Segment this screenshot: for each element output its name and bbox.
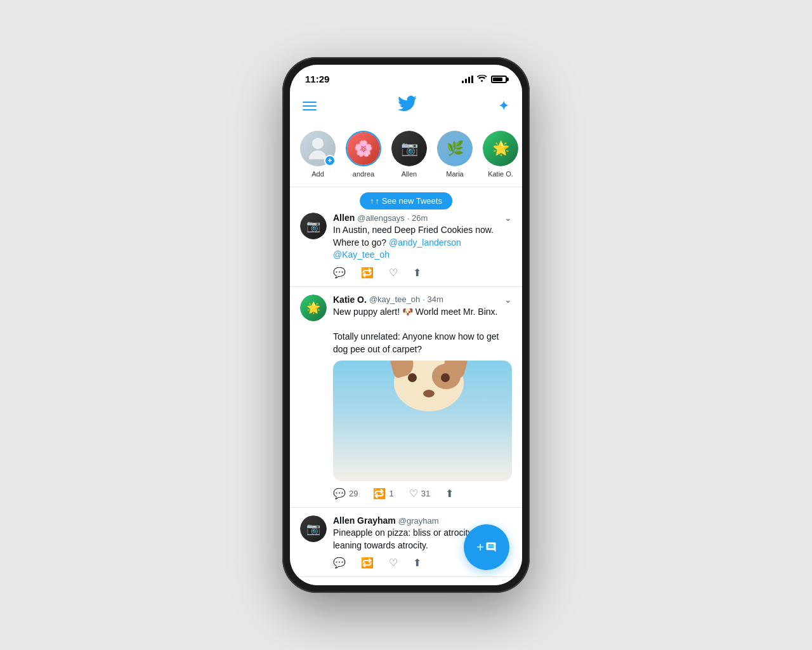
story-andrea-label: andrea <box>353 170 374 178</box>
tweet-3-like-action[interactable]: ♡ <box>389 557 398 569</box>
tweet-2-header: Katie O. @kay_tee_oh · 34m ⌄ <box>333 295 512 305</box>
tweet-2-image <box>333 361 512 481</box>
add-badge: + <box>324 155 336 166</box>
tweet-2-body: New puppy alert! 🐶 World meet Mr. Binx. … <box>333 306 512 355</box>
signal-icon <box>462 76 473 83</box>
tweet-3-handle: @grayham <box>398 516 439 526</box>
story-add-avatar-wrap: + <box>300 131 336 166</box>
tweet-1-avatar: 📷 <box>300 213 327 239</box>
tweet-1-retweet-action[interactable]: 🔁 <box>361 267 374 279</box>
tweet-2-actions: 💬 29 🔁 1 ♡ 31 ⬆ <box>333 488 512 500</box>
tweet-2-menu-icon[interactable]: ⌄ <box>504 295 512 305</box>
tweet-2-retweet-action[interactable]: 🔁 1 <box>373 488 393 500</box>
story-maria-avatar-wrap: 🌿 <box>437 131 473 166</box>
tweet-2-like-count: 31 <box>421 489 430 498</box>
story-maria-label: Maria <box>446 170 464 178</box>
story-katie-avatar: 🌟 <box>483 131 518 166</box>
retweet-icon-3: 🔁 <box>361 557 374 569</box>
story-katie-label: Katie O. <box>488 170 513 178</box>
tweet-1-actions: 💬 🔁 ♡ ⬆ <box>333 267 512 279</box>
story-maria-avatar: 🌿 <box>437 131 473 166</box>
nav-bar: ✦ <box>290 90 522 124</box>
story-katie[interactable]: 🌟 Katie O. <box>483 131 518 178</box>
reply-icon-2: 💬 <box>333 488 346 500</box>
tweet-1-share-action[interactable]: ⬆ <box>413 267 421 279</box>
share-icon: ⬆ <box>413 267 421 279</box>
phone-screen: 11:29 <box>290 65 522 585</box>
tweet-1-menu-icon[interactable]: ⌄ <box>504 213 512 223</box>
story-katie-avatar-wrap: 🌟 <box>483 131 518 166</box>
tweet-3-retweet-action[interactable]: 🔁 <box>361 557 374 569</box>
reply-icon: 💬 <box>333 267 346 279</box>
story-andrea-avatar: 🌸 <box>346 131 381 166</box>
status-icons <box>462 74 507 84</box>
tweet-1-reply-action[interactable]: 💬 <box>333 267 346 279</box>
menu-icon[interactable] <box>303 102 317 110</box>
story-add[interactable]: + Add <box>300 131 336 178</box>
tweet-3-avatar: 📷 <box>300 515 327 542</box>
story-maria[interactable]: 🌿 Maria <box>437 131 473 178</box>
battery-icon <box>491 76 507 83</box>
wifi-icon <box>477 74 487 84</box>
story-allen[interactable]: 📷 Allen <box>391 131 427 178</box>
reply-icon-3: 💬 <box>333 557 346 569</box>
tweet-3-share-action[interactable]: ⬆ <box>413 557 421 569</box>
tweet-2-user: Katie O. <box>333 295 367 305</box>
tweet-2-like-action[interactable]: ♡ 31 <box>409 488 430 500</box>
retweet-icon: 🔁 <box>361 267 374 279</box>
tweet-2-share-action[interactable]: ⬆ <box>445 488 454 500</box>
retweet-icon-2: 🔁 <box>373 488 386 500</box>
tweet-2-reply-count: 29 <box>349 489 358 498</box>
twitter-logo <box>398 95 417 117</box>
share-icon-3: ⬆ <box>413 557 421 569</box>
sparkle-icon[interactable]: ✦ <box>498 98 509 114</box>
see-new-tweets-button[interactable]: ↑ ↑ See new Tweets <box>360 192 452 209</box>
tweet-1-body: In Austin, need Deep Fried Cookies now. … <box>333 224 512 262</box>
story-allen-label: Allen <box>402 170 417 178</box>
story-allen-avatar-wrap: 📷 <box>391 131 427 166</box>
tweet-1-handle: @allengsays <box>357 213 405 223</box>
tweet-3-user: Allen Grayham <box>333 515 396 526</box>
tweet-2-retweet-count: 1 <box>389 489 393 498</box>
story-andrea[interactable]: 🌸 andrea <box>346 131 381 178</box>
tweet-2-time: · 34m <box>422 295 443 304</box>
status-bar: 11:29 <box>290 65 522 90</box>
tweet-2-content: Katie O. @kay_tee_oh · 34m ⌄ New puppy a… <box>333 295 512 500</box>
see-new-tweets-label: ↑ See new Tweets <box>376 196 442 206</box>
tweet-1-time: · 26m <box>407 213 428 223</box>
phone-frame: 11:29 <box>282 57 530 593</box>
like-icon-2: ♡ <box>409 488 418 500</box>
tweet-2-reply-action[interactable]: 💬 29 <box>333 488 358 500</box>
story-andrea-avatar-wrap: 🌸 <box>346 131 381 166</box>
tweet-3-reply-action[interactable]: 💬 <box>333 557 346 569</box>
stories-row: + Add 🌸 andrea <box>290 124 522 187</box>
tweet-1-user: Allen <box>333 213 355 223</box>
status-time: 11:29 <box>305 74 329 84</box>
story-allen-avatar: 📷 <box>391 131 427 166</box>
like-icon-3: ♡ <box>389 557 398 569</box>
tweet-1-like-action[interactable]: ♡ <box>389 267 398 279</box>
share-icon-2: ⬆ <box>445 488 454 500</box>
compose-fab[interactable]: + <box>464 524 509 570</box>
story-add-label: Add <box>311 170 324 178</box>
tweet-2-handle: @kay_tee_oh <box>369 295 420 304</box>
tweet-2[interactable]: 🌟 Katie O. @kay_tee_oh · 34m ⌄ New puppy… <box>290 287 522 508</box>
tweet-1-header: Allen @allengsays · 26m ⌄ <box>333 213 512 223</box>
like-icon: ♡ <box>389 267 398 279</box>
compose-icon: + <box>476 540 497 555</box>
tweet-1-content: Allen @allengsays · 26m ⌄ In Austin, nee… <box>333 213 512 279</box>
tweet-2-avatar: 🌟 <box>300 295 327 321</box>
